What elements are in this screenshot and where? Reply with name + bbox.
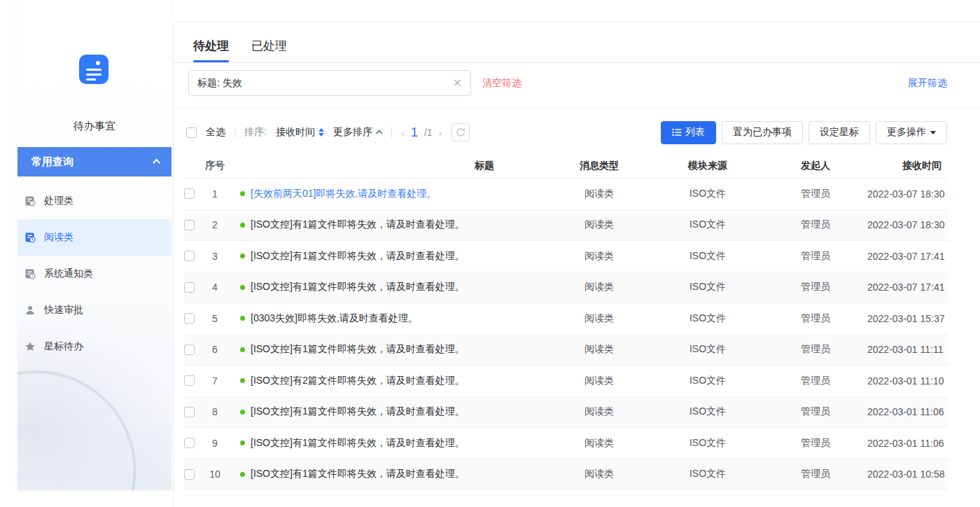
row-index: 10	[200, 468, 230, 480]
row-checkbox[interactable]	[184, 313, 195, 324]
row-title-link[interactable]: [ISO文控]有1篇文件即将失效，请及时查看处理。	[251, 250, 465, 263]
table-row[interactable]: 10 [ISO文控]有1篇文件即将失效，请及时查看处理。 阅读类 ISO文件 管…	[184, 459, 948, 491]
sidebar-item-label: 星标待办	[44, 340, 83, 353]
todo-document-icon	[79, 55, 108, 84]
row-module-source: ISO文件	[652, 250, 764, 263]
divider	[391, 127, 392, 138]
row-message-type: 阅读类	[547, 468, 652, 480]
close-icon[interactable]: ✕	[453, 76, 462, 90]
table-row[interactable]: 7 [ISO文控]有2篇文件即将失效，请及时查看处理。 阅读类 ISO文件 管理…	[184, 366, 948, 397]
row-index: 4	[200, 282, 230, 293]
row-index: 7	[200, 375, 230, 387]
row-title-link[interactable]: [ISO文控]有1篇文件即将失效，请及时查看处理。	[251, 437, 465, 450]
row-checkbox[interactable]	[184, 345, 195, 355]
row-receive-time: 2022-03-07 17:41	[867, 251, 948, 262]
chevron-right-icon[interactable]: ›	[439, 127, 442, 139]
todo-table: 序号 标题 消息类型 模块来源 发起人 接收时间 1 [失效前两天01]即将失效…	[174, 154, 980, 490]
table-row[interactable]: 4 [ISO文控]有1篇文件即将失效，请及时查看处理。 阅读类 ISO文件 管理…	[184, 272, 948, 304]
row-receive-time: 2022-03-01 11:11	[867, 344, 948, 355]
header-sender: 发起人	[764, 160, 867, 172]
unread-dot-icon	[240, 285, 245, 290]
row-sender: 管理员	[764, 250, 867, 263]
table-row[interactable]: 8 [ISO文控]有1篇文件即将失效，请及时查看处理。 阅读类 ISO文件 管理…	[184, 397, 948, 429]
unread-dot-icon	[240, 254, 245, 258]
row-sender: 管理员	[764, 281, 867, 293]
row-receive-time: 2022-03-07 18:30	[867, 219, 948, 230]
table-header: 序号 标题 消息类型 模块来源 发起人 接收时间	[184, 154, 948, 179]
row-title-link[interactable]: [ISO文控]有1篇文件即将失效，请及时查看处理。	[251, 468, 465, 480]
row-checkbox[interactable]	[184, 375, 195, 386]
row-title-link[interactable]: [0303失效]即将失效,请及时查看处理。	[251, 312, 418, 325]
row-message-type: 阅读类	[547, 405, 652, 418]
sidebar-item-2[interactable]: 系统通知类	[18, 256, 172, 292]
select-all-checkbox[interactable]	[186, 127, 197, 138]
row-receive-time: 2022-03-01 11:06	[867, 438, 948, 449]
filter-tag-input[interactable]: 标题: 失效 ✕	[188, 70, 471, 96]
sidebar-group-common-queries[interactable]: 常用查询	[18, 147, 172, 176]
row-title-link[interactable]: [ISO文控]有1篇文件即将失效，请及时查看处理。	[251, 281, 465, 293]
sidebar-item-label: 系统通知类	[44, 268, 93, 280]
row-module-source: ISO文件	[652, 218, 764, 231]
table-row[interactable]: 6 [ISO文控]有1篇文件即将失效，请及时查看处理。 阅读类 ISO文件 管理…	[184, 335, 948, 366]
row-title-link[interactable]: [失效前两天01]即将失效,请及时查看处理。	[251, 188, 436, 200]
sidebar-item-4[interactable]: 星标待办	[18, 328, 172, 365]
table-row[interactable]: 1 [失效前两天01]即将失效,请及时查看处理。 阅读类 ISO文件 管理员 2…	[184, 179, 948, 210]
sidebar-menu: 处理类 阅读类 系统通知类 快速审批 星标待办	[18, 183, 172, 365]
tab-pending[interactable]: 待处理	[193, 38, 229, 62]
more-actions-button[interactable]: 更多操作	[876, 121, 947, 144]
refresh-button[interactable]	[451, 123, 470, 141]
unread-dot-icon	[240, 410, 245, 415]
sidebar: 待办事宜 常用查询 处理类 阅读类 系统通知类 快速审批	[18, 0, 172, 490]
row-module-source: ISO文件	[652, 468, 764, 480]
row-module-source: ISO文件	[652, 281, 764, 293]
row-checkbox[interactable]	[184, 220, 195, 230]
table-row[interactable]: 5 [0303失效]即将失效,请及时查看处理。 阅读类 ISO文件 管理员 20…	[184, 303, 948, 335]
sidebar-item-0[interactable]: 处理类	[18, 183, 172, 219]
list-view-button[interactable]: 列表	[661, 121, 716, 144]
row-index: 6	[200, 344, 230, 355]
row-message-type: 阅读类	[547, 375, 652, 387]
row-receive-time: 2022-03-07 18:30	[867, 188, 948, 200]
current-page: 1	[411, 125, 418, 140]
sidebar-item-label: 处理类	[44, 195, 74, 207]
table-row[interactable]: 9 [ISO文控]有1篇文件即将失效，请及时查看处理。 阅读类 ISO文件 管理…	[184, 428, 948, 459]
row-index: 3	[200, 251, 230, 262]
row-title-link[interactable]: [ISO文控]有1篇文件即将失效，请及时查看处理。	[251, 343, 465, 356]
mark-done-button[interactable]: 置为已办事项	[722, 121, 803, 144]
group-header-label: 常用查询	[31, 155, 74, 169]
row-checkbox[interactable]	[184, 469, 195, 480]
chevron-up-icon	[153, 159, 160, 167]
clear-filters-link[interactable]: 清空筛选	[482, 77, 522, 90]
row-message-type: 阅读类	[547, 281, 652, 293]
main-panel: 待处理 已处理 标题: 失效 ✕ 清空筛选 展开筛选 全选 排序: 接收时间	[173, 22, 980, 507]
sidebar-item-3[interactable]: 快速审批	[18, 292, 172, 328]
more-sort-button[interactable]: 更多排序	[333, 126, 382, 139]
unread-dot-icon	[240, 440, 245, 445]
set-star-button[interactable]: 设定星标	[808, 121, 870, 144]
row-module-source: ISO文件	[652, 375, 764, 387]
row-message-type: 阅读类	[547, 312, 652, 325]
todo-page: 待办事宜 常用查询 处理类 阅读类 系统通知类 快速审批	[0, 0, 980, 507]
row-checkbox[interactable]	[184, 282, 195, 293]
person-icon	[24, 305, 36, 316]
tab-processed[interactable]: 已处理	[251, 38, 287, 62]
table-row[interactable]: 3 [ISO文控]有1篇文件即将失效，请及时查看处理。 阅读类 ISO文件 管理…	[184, 241, 948, 272]
row-checkbox[interactable]	[184, 188, 195, 199]
row-title-link[interactable]: [ISO文控]有1篇文件即将失效，请及时查看处理。	[251, 405, 465, 418]
row-title-link[interactable]: [ISO文控]有2篇文件即将失效，请及时查看处理。	[251, 375, 465, 387]
row-sender: 管理员	[764, 218, 867, 231]
row-checkbox[interactable]	[184, 407, 195, 417]
filter-tag-label: 标题: 失效	[197, 77, 242, 90]
row-module-source: ISO文件	[652, 312, 764, 325]
chevron-left-icon[interactable]: ‹	[401, 127, 405, 139]
table-row[interactable]: 2 [ISO文控]有1篇文件即将失效，请及时查看处理。 阅读类 ISO文件 管理…	[184, 210, 948, 242]
row-title-link[interactable]: [ISO文控]有1篇文件即将失效，请及时查看处理。	[251, 218, 465, 231]
row-checkbox[interactable]	[184, 251, 195, 261]
row-sender: 管理员	[764, 312, 867, 325]
row-checkbox[interactable]	[184, 438, 195, 448]
expand-filters-link[interactable]: 展开筛选	[908, 77, 947, 90]
row-sender: 管理员	[764, 468, 867, 480]
sidebar-item-1[interactable]: 阅读类	[18, 219, 172, 256]
unread-dot-icon	[240, 378, 245, 383]
sort-by-receive-time[interactable]: 接收时间	[276, 126, 324, 139]
